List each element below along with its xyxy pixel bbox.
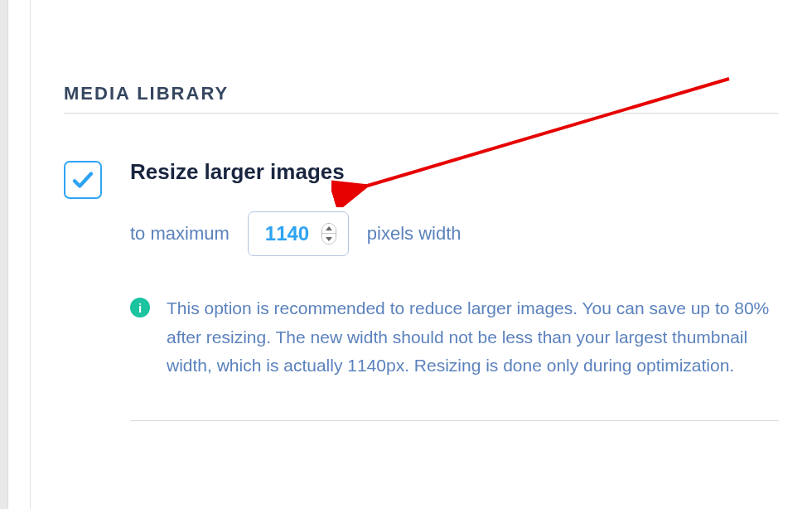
settings-panel: MEDIA LIBRARY Resize larger images to ma…	[30, 0, 812, 509]
left-sidebar-rail	[0, 0, 8, 509]
resize-checkbox[interactable]	[64, 161, 102, 199]
width-prefix-label: to maximum	[130, 223, 230, 245]
resize-option-label: Resize larger images	[130, 159, 779, 185]
width-input[interactable]: 1140	[265, 222, 312, 245]
width-suffix-label: pixels width	[367, 223, 462, 245]
width-stepper	[321, 223, 336, 245]
section-title: MEDIA LIBRARY	[64, 83, 779, 114]
check-icon	[70, 167, 95, 192]
info-icon: i	[130, 298, 150, 318]
width-input-wrap: 1140	[248, 211, 349, 256]
resize-option-row: Resize larger images to maximum 1140	[64, 159, 779, 421]
chevron-up-icon	[326, 226, 332, 230]
width-input-row: to maximum 1140 pixels width	[130, 211, 779, 256]
chevron-down-icon	[326, 237, 332, 241]
stepper-down-button[interactable]	[322, 234, 336, 244]
info-row: i This option is recommended to reduce l…	[130, 294, 779, 421]
stepper-up-button[interactable]	[322, 224, 336, 234]
info-text: This option is recommended to reduce lar…	[167, 294, 779, 381]
